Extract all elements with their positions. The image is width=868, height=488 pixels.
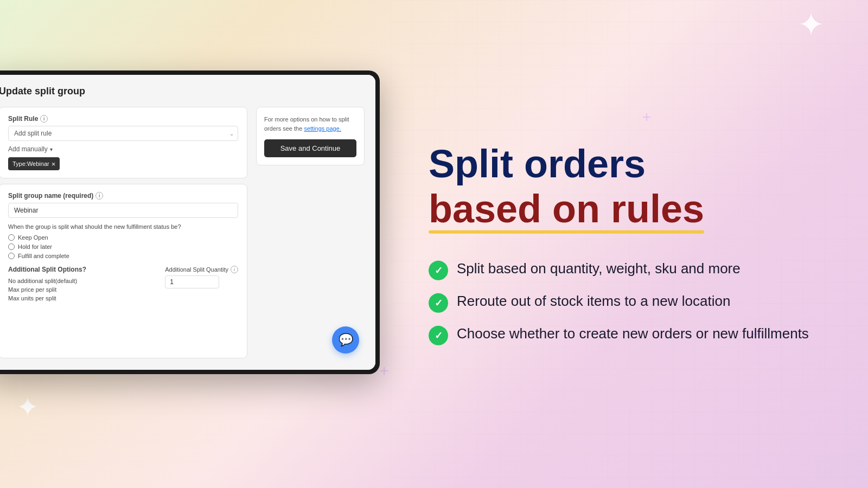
fulfillment-hold-later[interactable]: Hold for later bbox=[8, 243, 238, 250]
quantity-input[interactable] bbox=[165, 275, 219, 288]
additional-split-info-icon[interactable]: i bbox=[231, 266, 238, 273]
tag-webinar: Type:Webinar × bbox=[8, 157, 60, 170]
fulfillment-radio-group: Keep Open Hold for later Fulfill and com… bbox=[8, 234, 238, 259]
feature-text-1: Split based on quantity, weight, sku and… bbox=[457, 260, 741, 278]
feature-item-2: Reroute out of stock items to a new loca… bbox=[429, 292, 835, 313]
check-icon-1 bbox=[429, 261, 448, 280]
info-card: For more options on how to split orders … bbox=[256, 107, 365, 165]
headline-line1: Split orders bbox=[429, 143, 835, 185]
plus-decoration-1: + bbox=[642, 108, 651, 126]
split-options-title: Additional Split Options? bbox=[8, 266, 156, 273]
tag-remove-button[interactable]: × bbox=[52, 160, 56, 168]
feature-list: Split based on quantity, weight, sku and… bbox=[429, 260, 835, 345]
split-rule-card: Split Rule i Add split rule ⌄ Add manual… bbox=[0, 107, 247, 178]
check-icon-2 bbox=[429, 293, 448, 313]
no-additional-split: No additional split(default) bbox=[8, 278, 156, 284]
fulfillment-fulfill-complete[interactable]: Fulfill and complete bbox=[8, 253, 238, 259]
feature-text-2: Reroute out of stock items to a new loca… bbox=[457, 292, 730, 311]
save-continue-button[interactable]: Save and Continue bbox=[264, 139, 356, 157]
tablet-mockup: Update split group Split Rule i Add spli… bbox=[0, 70, 380, 374]
radio-hold-later[interactable] bbox=[8, 243, 15, 250]
group-name-input[interactable] bbox=[8, 203, 238, 218]
group-name-info-icon[interactable]: i bbox=[95, 192, 103, 200]
add-manually-button[interactable]: Add manually ▾ bbox=[8, 145, 238, 153]
split-options-row: Additional Split Options? No additional … bbox=[8, 266, 238, 304]
star-decoration-2: ✦ bbox=[16, 391, 39, 423]
left-panel: Split Rule i Add split rule ⌄ Add manual… bbox=[0, 107, 247, 358]
star-decoration-1: ✦ bbox=[797, 5, 825, 43]
max-price-label: Max price per split bbox=[8, 286, 156, 293]
split-rule-select-wrapper: Add split rule ⌄ bbox=[8, 126, 238, 141]
tablet-screen: Update split group Split Rule i Add spli… bbox=[0, 75, 375, 370]
split-rule-select[interactable]: Add split rule bbox=[8, 126, 238, 141]
split-rule-info-icon[interactable]: i bbox=[40, 115, 48, 123]
radio-keep-open[interactable] bbox=[8, 234, 15, 241]
chat-bubble-button[interactable]: 💬 bbox=[332, 326, 359, 354]
app-content: Update split group Split Rule i Add spli… bbox=[0, 75, 375, 370]
radio-fulfill-complete[interactable] bbox=[8, 253, 15, 259]
tag-label: Type:Webinar bbox=[12, 160, 49, 167]
settings-page-link[interactable]: settings page. bbox=[304, 125, 341, 132]
split-options-left: Additional Split Options? No additional … bbox=[8, 266, 156, 304]
split-rule-label: Split Rule i bbox=[8, 115, 238, 123]
tag-container: Type:Webinar × bbox=[8, 157, 238, 170]
chat-icon: 💬 bbox=[339, 333, 353, 347]
fulfillment-question: When the group is split what should the … bbox=[8, 223, 238, 230]
additional-split-label: Additional Split Quantity i bbox=[165, 266, 238, 273]
page-title: Update split group bbox=[0, 86, 365, 97]
group-name-label: Split group name (required) i bbox=[8, 192, 238, 200]
main-layout: Split Rule i Add split rule ⌄ Add manual… bbox=[0, 107, 365, 358]
max-units-label: Max units per split bbox=[8, 295, 156, 301]
group-options-card: Split group name (required) i When the g… bbox=[0, 184, 247, 358]
feature-item-3: Choose whether to create new orders or n… bbox=[429, 325, 835, 345]
info-card-text: For more options on how to split orders … bbox=[264, 115, 356, 133]
feature-text-3: Choose whether to create new orders or n… bbox=[457, 325, 809, 343]
additional-split-col: Additional Split Quantity i bbox=[165, 266, 238, 288]
right-side-card: For more options on how to split orders … bbox=[256, 107, 365, 358]
marketing-section: Split orders based on rules Split based … bbox=[429, 143, 835, 345]
headline-line2: based on rules bbox=[429, 188, 704, 230]
fulfillment-keep-open[interactable]: Keep Open bbox=[8, 234, 238, 241]
chevron-down-icon: ▾ bbox=[50, 146, 53, 152]
plus-decoration-3: + bbox=[380, 362, 388, 380]
feature-item-1: Split based on quantity, weight, sku and… bbox=[429, 260, 835, 280]
check-icon-3 bbox=[429, 326, 448, 345]
